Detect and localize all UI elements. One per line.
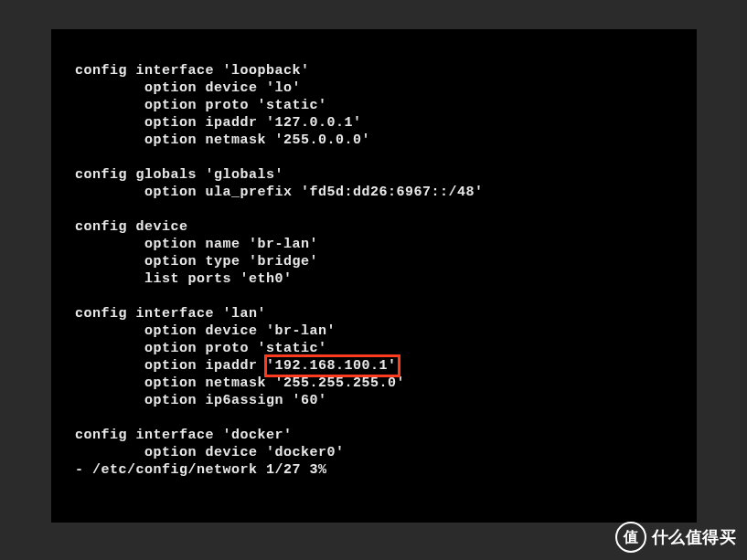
terminal-line: - /etc/config/network 1/27 3% [75, 461, 697, 479]
watermark-badge: 值 [615, 522, 646, 553]
terminal-line: option device 'br-lan' [75, 322, 697, 340]
watermark: 值 什么值得买 [615, 522, 737, 553]
terminal-line: config interface 'loopback' [75, 62, 697, 79]
terminal-line: config interface 'docker' [75, 427, 697, 444]
terminal-line [75, 409, 697, 427]
terminal-line: option name 'br-lan' [75, 236, 697, 253]
terminal-line: option device 'lo' [75, 79, 697, 97]
terminal-line: option ipaddr '127.0.0.1' [75, 114, 697, 132]
watermark-badge-char: 值 [624, 528, 638, 547]
terminal-line: option ula_prefix 'fd5d:dd26:6967::/48' [75, 184, 697, 201]
terminal-line: config interface 'lan' [75, 305, 697, 322]
annotation-arrow [51, 479, 697, 523]
terminal-line [75, 149, 697, 166]
terminal-line: config globals 'globals' [75, 166, 697, 184]
terminal-line: option proto 'static' [75, 97, 697, 114]
terminal-line [75, 201, 697, 218]
terminal-screenshot: config interface 'loopback' option devic… [51, 29, 697, 523]
terminal-line: option ipaddr '192.168.100.1' [75, 357, 697, 375]
terminal-output: config interface 'loopback' option devic… [51, 29, 697, 479]
terminal-line: option type 'bridge' [75, 253, 697, 270]
terminal-line: list ports 'eth0' [75, 270, 697, 288]
terminal-line: option device 'docker0' [75, 444, 697, 461]
watermark-text: 什么值得买 [652, 526, 737, 548]
terminal-line: config device [75, 218, 697, 236]
terminal-line: option netmask '255.0.0.0' [75, 132, 697, 149]
terminal-line: option proto 'static' [75, 340, 697, 357]
terminal-line [75, 288, 697, 305]
terminal-line: option netmask '255.255.255.0' [75, 375, 697, 392]
terminal-line: option ip6assign '60' [75, 392, 697, 409]
